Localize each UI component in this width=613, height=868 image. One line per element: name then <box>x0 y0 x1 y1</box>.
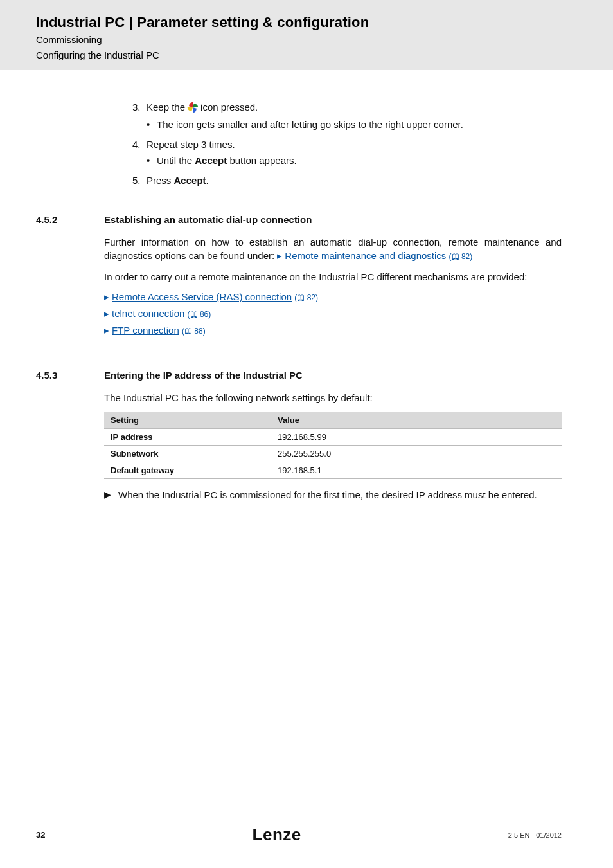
table-cell-key: Subnetwork <box>104 445 271 462</box>
link-arrow-icon: ▸ <box>104 308 109 319</box>
section-paragraph: Further information on how to establish … <box>104 235 562 262</box>
section-4-5-3: 4.5.3 Entering the IP address of the Ind… <box>36 370 562 500</box>
section-heading: Establishing an automatic dial-up connec… <box>104 214 562 225</box>
step-number: 3. <box>132 102 147 113</box>
telnet-connection-link[interactable]: telnet connection <box>112 308 184 319</box>
table-cell-key: IP address <box>104 428 271 445</box>
ftp-connection-link[interactable]: FTP connection <box>112 325 179 336</box>
section-paragraph: The Industrial PC has the following netw… <box>104 391 562 404</box>
table-row: Default gateway 192.168.5.1 <box>104 462 562 478</box>
page-number: 32 <box>36 830 45 840</box>
doc-title: Industrial PC | Parameter setting & conf… <box>36 14 613 31</box>
table-cell-value: 192.168.5.1 <box>271 462 562 478</box>
page-ref: (🕮 86) <box>188 310 211 319</box>
section-paragraph: In order to carry out a remote maintenan… <box>104 270 562 284</box>
step-3-bullet: The icon gets smaller and after letting … <box>157 119 463 130</box>
step-number: 5. <box>132 175 147 186</box>
note-arrow-icon: ▶ <box>104 489 118 500</box>
network-settings-table: Setting Value IP address 192.168.5.99 Su… <box>104 412 562 479</box>
link-arrow-icon: ▸ <box>104 325 109 336</box>
pinwheel-icon <box>186 101 199 114</box>
table-cell-key: Default gateway <box>104 462 271 478</box>
table-header: Setting <box>104 412 271 429</box>
table-header: Value <box>271 412 562 429</box>
section-number: 4.5.2 <box>36 214 104 341</box>
step-3-text-a: Keep the <box>147 102 185 113</box>
table-row: Subnetwork 255.255.255.0 <box>104 445 562 462</box>
step-number: 4. <box>132 139 147 150</box>
bullet-icon: • <box>147 155 157 166</box>
doc-subtitle-2: Configuring the Industrial PC <box>36 49 613 62</box>
section-number: 4.5.3 <box>36 370 104 500</box>
step-4-text: Repeat step 3 times. <box>147 139 235 150</box>
table-cell-value: 192.168.5.99 <box>271 428 562 445</box>
table-cell-value: 255.255.255.0 <box>271 445 562 462</box>
brand-logo: Lenze <box>253 825 301 845</box>
remote-maintenance-link[interactable]: Remote maintenance and diagnostics <box>285 250 446 261</box>
note-text: When the Industrial PC is commissioned f… <box>118 489 537 500</box>
page-ref: (🕮 88) <box>182 327 206 336</box>
link-arrow-icon: ▸ <box>277 250 282 261</box>
bullet-icon: • <box>147 119 157 130</box>
section-4-5-2: 4.5.2 Establishing an automatic dial-up … <box>36 214 562 341</box>
step-3-text-b: icon pressed. <box>200 102 258 113</box>
page-ref: (🕮 82) <box>449 252 473 261</box>
table-row: IP address 192.168.5.99 <box>104 428 562 445</box>
page-ref: (🕮 82) <box>294 293 318 302</box>
section-heading: Entering the IP address of the Industria… <box>104 370 562 381</box>
link-arrow-icon: ▸ <box>104 291 109 302</box>
doc-subtitle-1: Commissioning <box>36 33 613 46</box>
step-5-text: Press Accept. <box>147 175 209 186</box>
header-banner: Industrial PC | Parameter setting & conf… <box>0 0 613 70</box>
steps-list: 3. Keep the icon pressed. • The <box>36 101 562 186</box>
doc-version: 2.5 EN - 01/2012 <box>508 831 562 839</box>
ras-connection-link[interactable]: Remote Access Service (RAS) connection <box>112 291 292 302</box>
step-4-bullet: Until the Accept button appears. <box>157 155 297 166</box>
note-block: ▶ When the Industrial PC is commissioned… <box>104 489 562 500</box>
page-footer: 32 Lenze 2.5 EN - 01/2012 <box>0 825 613 845</box>
